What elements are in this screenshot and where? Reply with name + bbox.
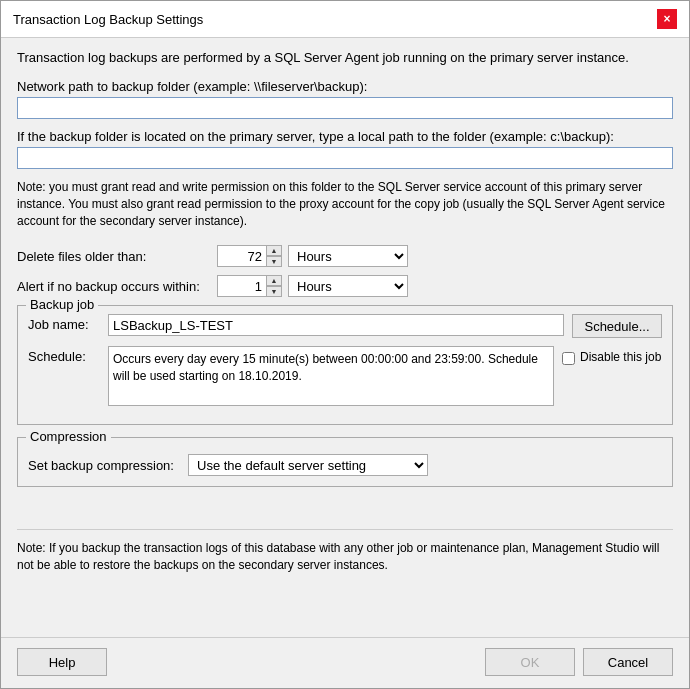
disable-job-wrap: Disable this job bbox=[562, 346, 662, 366]
disable-job-checkbox[interactable] bbox=[562, 352, 575, 365]
cancel-button[interactable]: Cancel bbox=[583, 648, 673, 676]
alert-backup-up-btn[interactable]: ▲ bbox=[266, 275, 282, 286]
permission-note: Note: you must grant read and write perm… bbox=[17, 179, 673, 229]
delete-files-up-btn[interactable]: ▲ bbox=[266, 245, 282, 256]
backup-job-section: Backup job Job name: Schedule... Schedul… bbox=[17, 305, 673, 425]
local-path-label: If the backup folder is located on the p… bbox=[17, 129, 673, 144]
alert-backup-spinner-btns: ▲ ▼ bbox=[266, 275, 282, 297]
delete-files-down-btn[interactable]: ▼ bbox=[266, 256, 282, 267]
delete-files-value[interactable] bbox=[217, 245, 267, 267]
transaction-log-backup-dialog: Transaction Log Backup Settings × Transa… bbox=[0, 0, 690, 689]
job-name-label: Job name: bbox=[28, 314, 108, 332]
title-bar: Transaction Log Backup Settings × bbox=[1, 1, 689, 38]
network-path-input[interactable] bbox=[17, 97, 673, 119]
ok-button[interactable]: OK bbox=[485, 648, 575, 676]
local-path-group: If the backup folder is located on the p… bbox=[17, 129, 673, 169]
schedule-row: Schedule: Occurs every day every 15 minu… bbox=[28, 346, 662, 406]
alert-backup-spinner: ▲ ▼ bbox=[217, 275, 282, 297]
help-button[interactable]: Help bbox=[17, 648, 107, 676]
network-path-group: Network path to backup folder (example: … bbox=[17, 79, 673, 119]
delete-files-unit-select[interactable]: Hours Minutes Days bbox=[288, 245, 408, 267]
delete-files-spinner-btns: ▲ ▼ bbox=[266, 245, 282, 267]
job-name-input[interactable] bbox=[108, 314, 564, 336]
close-button[interactable]: × bbox=[657, 9, 677, 29]
schedule-label: Schedule: bbox=[28, 346, 108, 364]
delete-files-spinner: ▲ ▼ bbox=[217, 245, 282, 267]
job-name-row: Job name: Schedule... bbox=[28, 314, 662, 338]
delete-files-row: Delete files older than: ▲ ▼ Hours Minut… bbox=[17, 245, 673, 267]
alert-backup-label: Alert if no backup occurs within: bbox=[17, 279, 217, 294]
compression-section-title: Compression bbox=[26, 429, 111, 444]
set-backup-compression-label: Set backup compression: bbox=[28, 458, 188, 473]
backup-job-section-title: Backup job bbox=[26, 297, 98, 312]
compression-row: Set backup compression: Use the default … bbox=[28, 454, 662, 476]
compression-section: Compression Set backup compression: Use … bbox=[17, 437, 673, 487]
alert-backup-value[interactable] bbox=[217, 275, 267, 297]
alert-backup-row: Alert if no backup occurs within: ▲ ▼ Ho… bbox=[17, 275, 673, 297]
dialog-title: Transaction Log Backup Settings bbox=[13, 12, 203, 27]
alert-backup-unit-select[interactable]: Hours Minutes Days bbox=[288, 275, 408, 297]
network-path-label: Network path to backup folder (example: … bbox=[17, 79, 673, 94]
button-bar: Help OK Cancel bbox=[1, 637, 689, 688]
schedule-button[interactable]: Schedule... bbox=[572, 314, 662, 338]
local-path-input[interactable] bbox=[17, 147, 673, 169]
schedule-text-area: Occurs every day every 15 minute(s) betw… bbox=[108, 346, 554, 406]
ok-cancel-group: OK Cancel bbox=[485, 648, 673, 676]
alert-backup-down-btn[interactable]: ▼ bbox=[266, 286, 282, 297]
bottom-note: Note: If you backup the transaction logs… bbox=[17, 529, 673, 574]
intro-text: Transaction log backups are performed by… bbox=[17, 50, 673, 65]
compression-select[interactable]: Use the default server setting Compress … bbox=[188, 454, 428, 476]
dialog-content: Transaction log backups are performed by… bbox=[1, 38, 689, 637]
disable-job-label[interactable]: Disable this job bbox=[580, 350, 661, 366]
delete-files-label: Delete files older than: bbox=[17, 249, 217, 264]
